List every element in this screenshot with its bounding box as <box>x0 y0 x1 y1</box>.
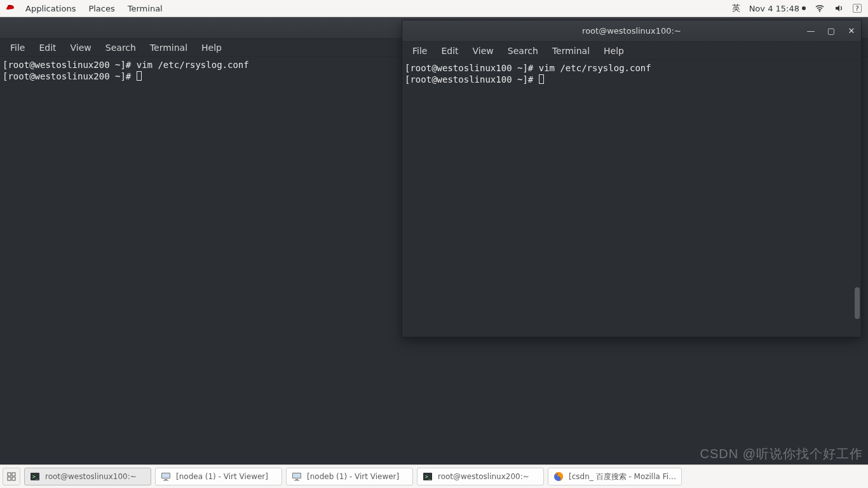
display-icon <box>161 471 171 482</box>
menu-file[interactable]: File <box>4 41 31 55</box>
svg-rect-5 <box>12 477 15 480</box>
terminal-menu[interactable]: Terminal <box>121 4 169 13</box>
svg-text:>_: >_ <box>425 474 431 480</box>
taskbar-item[interactable]: >_root@westoslinux200:~ <box>417 468 544 485</box>
svg-rect-3 <box>12 473 15 476</box>
window-list-toggle[interactable] <box>3 468 20 485</box>
taskbar-item[interactable]: [nodea (1) - Virt Viewer] <box>155 468 282 485</box>
maximize-button[interactable]: ▢ <box>825 26 837 36</box>
terminal-body-100[interactable]: [root@westoslinux100 ~]# vim /etc/rsyslo… <box>402 60 861 337</box>
taskbar-item-label: [nodea (1) - Virt Viewer] <box>176 472 268 481</box>
svg-point-1 <box>819 11 820 12</box>
menu-edit[interactable]: Edit <box>435 44 465 58</box>
display-icon <box>292 471 302 482</box>
menu-help[interactable]: Help <box>597 44 630 58</box>
svg-rect-10 <box>165 479 167 480</box>
menu-terminal[interactable]: Terminal <box>546 44 596 58</box>
svg-rect-4 <box>8 477 11 480</box>
system-tray: 英 Nov 4 15:48 ? <box>732 3 868 14</box>
window-controls: — ▢ ✕ <box>805 20 857 41</box>
titlebar-100[interactable]: root@westoslinux100:~ — ▢ ✕ <box>402 20 861 42</box>
places-menu[interactable]: Places <box>82 4 121 13</box>
terminal-menubar-100: File Edit View Search Terminal Help <box>402 42 861 60</box>
menu-terminal[interactable]: Terminal <box>144 41 194 55</box>
redhat-icon <box>5 3 15 13</box>
svg-rect-13 <box>293 473 301 478</box>
menu-search[interactable]: Search <box>99 41 142 55</box>
menu-view[interactable]: View <box>64 41 98 55</box>
menu-help[interactable]: Help <box>195 41 228 55</box>
svg-rect-9 <box>162 473 170 478</box>
svg-rect-2 <box>8 473 11 476</box>
window-title: root@westoslinux100:~ <box>582 26 681 36</box>
input-method-indicator[interactable]: 英 <box>732 3 740 14</box>
svg-rect-14 <box>295 479 298 480</box>
svg-text:>_: >_ <box>32 474 39 480</box>
wifi-icon[interactable] <box>815 3 825 13</box>
taskbar-item-label: root@westoslinux200:~ <box>438 472 529 481</box>
terminal-window-100: root@westoslinux100:~ — ▢ ✕ File Edit Vi… <box>402 20 862 337</box>
volume-icon[interactable] <box>834 3 844 13</box>
menu-search[interactable]: Search <box>501 44 545 58</box>
svg-point-0 <box>8 5 11 6</box>
minimize-button[interactable]: — <box>805 26 817 36</box>
svg-rect-11 <box>163 480 168 481</box>
clock[interactable]: Nov 4 15:48 <box>749 4 806 13</box>
top-panel: Applications Places Terminal 英 Nov 4 15:… <box>0 0 868 17</box>
applications-menu[interactable]: Applications <box>19 4 82 13</box>
taskbar-item[interactable]: [nodeb (1) - Virt Viewer] <box>286 468 413 485</box>
terminal-icon: >_ <box>30 471 40 482</box>
help-icon[interactable]: ? <box>853 4 862 13</box>
menu-edit[interactable]: Edit <box>32 41 62 55</box>
taskbar-item-label: [nodeb (1) - Virt Viewer] <box>307 472 399 481</box>
taskbar-item[interactable]: >_root@westoslinux100:~ <box>24 468 151 485</box>
menu-file[interactable]: File <box>406 44 433 58</box>
terminal-icon: >_ <box>423 471 433 482</box>
taskbar-item-label: [csdn_ 百度搜索 - Mozilla Fi… <box>569 471 676 482</box>
bottom-panel: >_root@westoslinux100:~[nodea (1) - Virt… <box>0 464 868 488</box>
scrollbar[interactable] <box>855 287 860 319</box>
svg-rect-15 <box>294 480 299 481</box>
close-button[interactable]: ✕ <box>846 26 857 36</box>
menu-view[interactable]: View <box>466 44 500 58</box>
firefox-icon <box>553 471 564 482</box>
taskbar-item[interactable]: [csdn_ 百度搜索 - Mozilla Fi… <box>548 468 682 485</box>
taskbar-item-label: root@westoslinux100:~ <box>45 472 137 481</box>
